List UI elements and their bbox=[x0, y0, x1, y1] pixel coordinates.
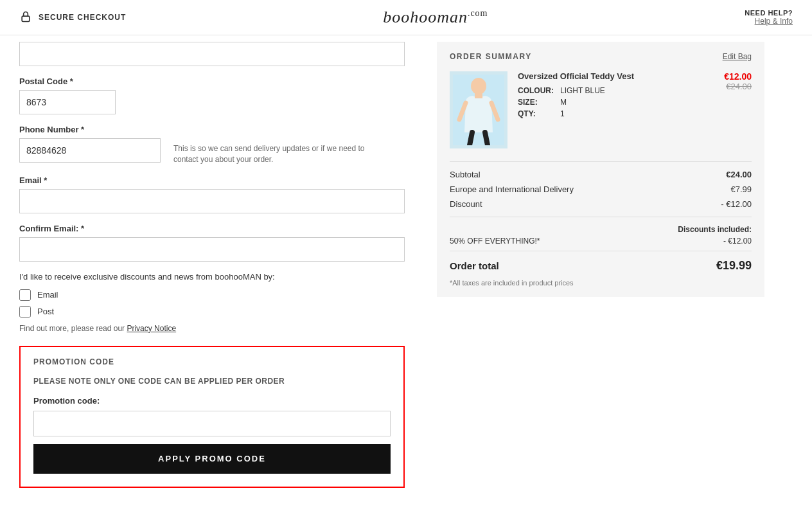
qty-label: QTY: bbox=[518, 109, 556, 118]
phone-row: This is so we can send delivery updates … bbox=[19, 138, 405, 165]
confirm-email-input[interactable] bbox=[19, 237, 405, 262]
product-details: Oversized Official Teddy Vest COLOUR: LI… bbox=[518, 71, 714, 148]
product-price-original: €24.00 bbox=[724, 82, 752, 91]
lock-icon bbox=[19, 10, 32, 25]
phone-group: Phone Number * This is so we can send de… bbox=[19, 125, 405, 165]
product-row: Oversized Official Teddy Vest COLOUR: LI… bbox=[450, 71, 752, 148]
post-checkbox[interactable] bbox=[19, 306, 31, 318]
delivery-value: €7.99 bbox=[730, 184, 752, 194]
product-price-sale: €12.00 bbox=[724, 71, 752, 82]
svg-rect-3 bbox=[475, 93, 482, 98]
promo-code-label: Promotion code: bbox=[33, 396, 391, 406]
delivery-label: Europe and International Delivery bbox=[450, 184, 574, 194]
subtotal-value: €24.00 bbox=[726, 170, 752, 179]
size-label: SIZE: bbox=[518, 98, 556, 107]
order-total-row: Order total €19.99 bbox=[450, 251, 752, 273]
delivery-row: Europe and International Delivery €7.99 bbox=[450, 184, 752, 194]
colour-label: COLOUR: bbox=[518, 86, 556, 95]
qty-attr: QTY: 1 bbox=[518, 109, 714, 118]
email-label: Email * bbox=[19, 175, 405, 185]
promo-code-input[interactable] bbox=[33, 411, 391, 436]
optin-text: I'd like to receive exclusive discounts … bbox=[19, 272, 405, 282]
main-layout: Postal Code * Phone Number * This is so … bbox=[0, 35, 812, 507]
help-section: NEED HELP? Help & Info bbox=[745, 9, 793, 26]
post-checkbox-group: Post bbox=[19, 306, 405, 318]
privacy-text: Find out more, please read our Privacy N… bbox=[19, 324, 405, 333]
discount-label: Discount bbox=[450, 199, 482, 209]
email-checkbox[interactable] bbox=[19, 289, 31, 301]
order-summary-box: ORDER SUMMARY Edit Bag bbox=[437, 42, 764, 297]
email-checkbox-label[interactable]: Email bbox=[19, 289, 405, 301]
help-link[interactable]: Help & Info bbox=[745, 17, 793, 26]
privacy-link[interactable]: Privacy Notice bbox=[127, 324, 176, 333]
edit-bag-link[interactable]: Edit Bag bbox=[723, 52, 752, 61]
tax-note: *All taxes are included in product price… bbox=[450, 279, 752, 287]
top-field-input[interactable] bbox=[19, 42, 405, 66]
subtotal-row: Subtotal €24.00 bbox=[450, 170, 752, 179]
postal-code-input[interactable] bbox=[19, 90, 116, 114]
post-checkbox-label[interactable]: Post bbox=[19, 306, 405, 318]
email-group: Email * bbox=[19, 175, 405, 213]
qty-value: 1 bbox=[560, 109, 565, 118]
product-image bbox=[450, 71, 508, 148]
secure-checkout-label: SECURE CHECKOUT bbox=[19, 10, 126, 25]
need-help-label: NEED HELP? bbox=[745, 9, 793, 17]
apply-promo-button[interactable]: APPLY PROMO CODE bbox=[33, 444, 391, 474]
promo-title: PROMOTION CODE bbox=[33, 357, 391, 366]
svg-point-2 bbox=[471, 78, 486, 94]
header: SECURE CHECKOUT boohooman.com NEED HELP?… bbox=[0, 0, 812, 35]
phone-hint: This is so we can send delivery updates … bbox=[173, 138, 366, 165]
price-divider-1 bbox=[450, 161, 752, 162]
right-column: ORDER SUMMARY Edit Bag bbox=[424, 35, 784, 507]
product-price-col: €12.00 €24.00 bbox=[724, 71, 752, 148]
price-divider-2 bbox=[450, 217, 752, 217]
size-value: M bbox=[560, 98, 567, 107]
promo-note: PLEASE NOTE ONLY ONE CODE CAN BE APPLIED… bbox=[33, 377, 391, 386]
order-total-label: Order total bbox=[450, 260, 499, 271]
email-checkbox-group: Email bbox=[19, 289, 405, 301]
confirm-email-label: Confirm Email: * bbox=[19, 224, 405, 233]
svg-rect-0 bbox=[22, 16, 30, 21]
promo-section: PROMOTION CODE PLEASE NOTE ONLY ONE CODE… bbox=[19, 346, 405, 488]
phone-label: Phone Number * bbox=[19, 125, 405, 134]
phone-input-wrap bbox=[19, 138, 161, 163]
brand-logo: boohooman.com bbox=[383, 8, 488, 27]
order-summary-title: ORDER SUMMARY bbox=[450, 52, 532, 61]
order-summary-header: ORDER SUMMARY Edit Bag bbox=[450, 52, 752, 61]
discount-detail-row: 50% OFF EVERYTHING!* - €12.00 bbox=[450, 237, 752, 246]
confirm-email-group: Confirm Email: * bbox=[19, 224, 405, 262]
discount-value: - €12.00 bbox=[721, 199, 752, 209]
size-attr: SIZE: M bbox=[518, 98, 714, 107]
left-column: Postal Code * Phone Number * This is so … bbox=[0, 35, 424, 507]
colour-value: LIGHT BLUE bbox=[560, 86, 605, 95]
product-name: Oversized Official Teddy Vest bbox=[518, 71, 714, 81]
discount-detail-value: - €12.00 bbox=[723, 237, 752, 246]
subtotal-label: Subtotal bbox=[450, 170, 481, 179]
email-input[interactable] bbox=[19, 189, 405, 213]
postal-code-group: Postal Code * bbox=[19, 76, 405, 114]
postal-code-label: Postal Code * bbox=[19, 76, 405, 86]
discounts-included-label: Discounts included: bbox=[450, 225, 752, 234]
order-total-price: €19.99 bbox=[716, 259, 752, 273]
discount-row: Discount - €12.00 bbox=[450, 199, 752, 209]
discount-detail-label: 50% OFF EVERYTHING!* bbox=[450, 237, 540, 246]
colour-attr: COLOUR: LIGHT BLUE bbox=[518, 86, 714, 95]
phone-input[interactable] bbox=[19, 138, 161, 163]
